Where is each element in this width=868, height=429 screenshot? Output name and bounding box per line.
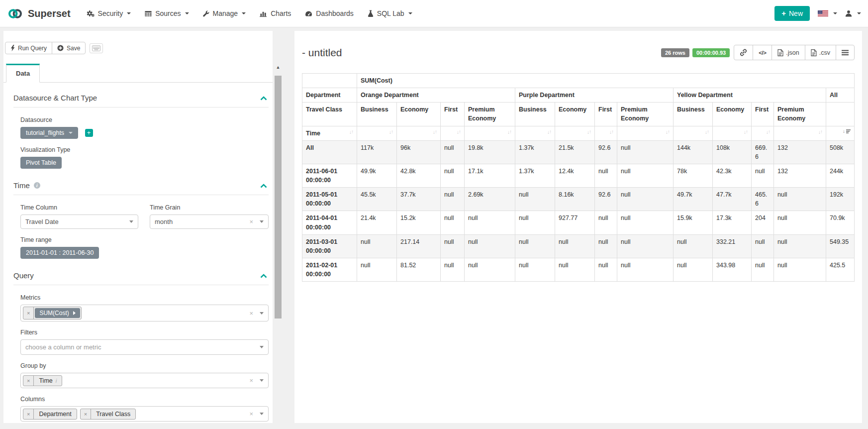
more-options-button[interactable] [836, 45, 855, 60]
datasource-selector[interactable]: tutorial_flights [20, 127, 78, 139]
export-csv-button[interactable]: .csv [805, 45, 836, 60]
sort-icon[interactable]: ↓↑ [457, 129, 461, 136]
pivot-value-cell: 21.5k [555, 140, 595, 164]
collapse-chevron-icon[interactable] [260, 271, 267, 280]
select-token[interactable]: ×Department [23, 409, 77, 420]
superset-brand[interactable]: Superset [7, 8, 71, 19]
time-sort-cell[interactable]: Time↓↑ [302, 126, 357, 140]
select-token[interactable]: ×Timei [23, 375, 62, 386]
sort-icon[interactable]: ↓↑ [433, 129, 437, 136]
menu-item-sources[interactable]: Sources [138, 9, 195, 17]
pivot-value-cell: 927.77 [555, 211, 595, 234]
menu-item-manage[interactable]: Manage [196, 9, 253, 17]
column-sort-cell[interactable]: ↓↑ [752, 126, 774, 140]
pivot-value-cell: null [595, 258, 617, 281]
keyboard-shortcuts-button[interactable] [90, 43, 103, 53]
columns-select[interactable]: ×Department×Travel Class × [20, 406, 269, 422]
sort-icon[interactable]: ↓↑ [349, 129, 353, 136]
menu-item-security[interactable]: Security [80, 9, 138, 17]
column-sort-cell[interactable]: ↓↑ [397, 126, 441, 140]
groupby-select[interactable]: ×Timei × [20, 373, 269, 388]
column-sort-cell[interactable]: ↓↑ [595, 126, 617, 140]
pivot-value-cell: null [617, 234, 674, 258]
scrollbar-thumb[interactable] [275, 76, 282, 319]
export-json-button[interactable]: .json [772, 45, 805, 60]
pivot-value-cell: 49.9k [357, 164, 397, 187]
metrics-select[interactable]: ×SUM(Cost) × [20, 305, 269, 322]
clear-icon[interactable]: × [249, 411, 253, 417]
menu-item-dashboards[interactable]: Dashboards [298, 9, 361, 17]
new-button[interactable]: + New [774, 6, 810, 21]
add-datasource-button[interactable]: + [85, 129, 93, 137]
sort-icon[interactable]: ↓↑ [609, 129, 613, 136]
collapse-chevron-icon[interactable] [260, 181, 267, 190]
sort-icon[interactable]: ↓↑ [818, 129, 822, 136]
viz-type-label: Visualization Type [20, 146, 269, 153]
groupby-label: Group by [20, 362, 269, 369]
column-sort-cell[interactable]: ↓↑ [465, 126, 515, 140]
menu-item-sql-lab[interactable]: SQL Lab [361, 9, 419, 17]
column-sort-cell[interactable]: ↓↑ [713, 126, 752, 140]
sort-icon[interactable]: ↓↑ [547, 129, 551, 136]
share-link-button[interactable] [734, 45, 753, 60]
metric-pill[interactable]: SUM(Cost) [35, 308, 80, 318]
sort-icon[interactable]: ↓↑ [666, 129, 670, 136]
sort-icon[interactable]: ↓↑ [507, 129, 511, 136]
row-label-cell: 2011-06-01 00:00:00 [302, 164, 357, 187]
clear-icon[interactable]: × [249, 377, 253, 384]
sort-icon[interactable]: ↓↑ [766, 129, 770, 136]
locale-menu[interactable] [818, 10, 837, 17]
sort-icon[interactable]: ↓↑ [587, 129, 591, 136]
time-grain-select[interactable]: month × [150, 214, 269, 229]
remove-token-icon[interactable]: × [23, 376, 34, 386]
run-query-button[interactable]: Run Query [5, 42, 52, 54]
pivot-value-cell: 425.5 [826, 258, 855, 281]
time-column-select[interactable]: Travel Date [20, 214, 138, 229]
metric-token[interactable]: ×SUM(Cost) [23, 307, 82, 320]
time-column-label: Time Column [20, 204, 138, 211]
column-sort-cell[interactable]: ↓↑ [774, 126, 826, 140]
link-icon [740, 49, 747, 56]
chart-title[interactable]: - untitled [302, 47, 342, 59]
chevron-down-icon [260, 346, 264, 348]
column-sort-cell[interactable]: ↓↑ [674, 126, 713, 140]
department-corner-cell: Department [302, 88, 357, 103]
remove-token-icon[interactable]: × [23, 307, 34, 319]
panel-scrollbar[interactable]: ▲ [274, 55, 282, 423]
viz-type-selector[interactable]: Pivot Table [20, 157, 62, 169]
pivot-value-cell: null [674, 258, 713, 281]
select-token[interactable]: ×Travel Class [80, 409, 136, 420]
menu-item-charts[interactable]: Charts [253, 9, 298, 17]
column-sort-cell[interactable]: ↓↑ [357, 126, 397, 140]
corner-cell [302, 74, 357, 88]
filters-select[interactable]: choose a column or metric [20, 339, 269, 355]
brand-title: Superset [28, 8, 71, 19]
query-toolbar: Run Query Save [3, 31, 273, 54]
pivot-value-cell: 47.7k [713, 188, 752, 211]
save-button[interactable]: Save [52, 42, 86, 54]
sort-desc-icon[interactable]: ↓ [843, 129, 851, 134]
sort-icon[interactable]: ↓↑ [744, 129, 748, 136]
scrollbar-up-arrow[interactable]: ▲ [274, 65, 282, 70]
bolt-icon [10, 45, 15, 51]
column-sort-cell[interactable]: ↓↑ [555, 126, 595, 140]
travel-class-cell: Economy [397, 103, 441, 126]
column-sort-cell[interactable]: ↓↑ [515, 126, 555, 140]
column-sort-cell[interactable]: ↓↑ [617, 126, 674, 140]
collapse-chevron-icon[interactable] [260, 94, 267, 102]
remove-token-icon[interactable]: × [23, 409, 34, 419]
column-sort-cell[interactable]: ↓↑ [441, 126, 465, 140]
time-range-selector[interactable]: 2011-01-01 : 2011-06-30 [20, 247, 99, 259]
travel-class-cell: Business [357, 103, 397, 126]
chevron-down-icon [260, 379, 264, 382]
sort-icon[interactable]: ↓↑ [705, 129, 709, 136]
columns-label: Columns [20, 396, 269, 403]
user-menu[interactable] [845, 10, 861, 17]
sort-icon[interactable]: ↓↑ [389, 129, 393, 136]
remove-token-icon[interactable]: × [81, 409, 91, 419]
column-sort-cell[interactable]: ↓ [826, 126, 855, 140]
tab-data[interactable]: Data [6, 64, 40, 83]
clear-icon[interactable]: × [249, 218, 253, 225]
clear-icon[interactable]: × [249, 310, 253, 317]
view-query-button[interactable]: </> [753, 45, 772, 60]
